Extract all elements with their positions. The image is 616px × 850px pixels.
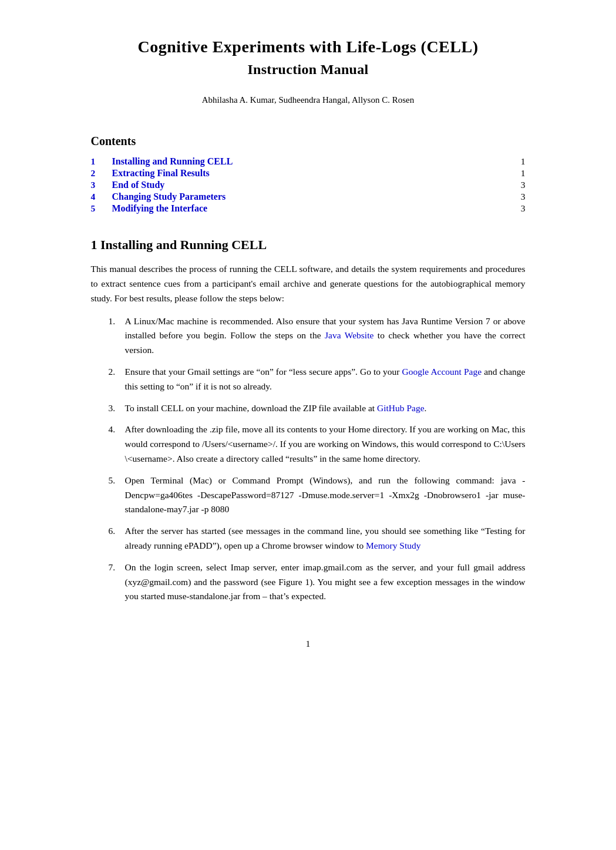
list-number-3: 3.: [109, 401, 125, 416]
toc-link-2[interactable]: Extracting Final Results: [112, 168, 210, 179]
list-content-2: Ensure that your Gmail settings are “on”…: [125, 365, 526, 394]
page-number: 1: [91, 639, 526, 649]
list-number-5: 5.: [109, 473, 125, 488]
list-content-4: After downloading the .zip file, move al…: [125, 422, 526, 466]
authors: Abhilasha A. Kumar, Sudheendra Hangal, A…: [91, 95, 526, 105]
toc-number-5: 5: [91, 203, 109, 214]
list-content-1: A Linux/Mac machine is recommended. Also…: [125, 314, 526, 358]
github-page-link[interactable]: GitHub Page: [377, 403, 425, 413]
list-number-1: 1.: [109, 314, 125, 329]
list-number-7: 7.: [109, 560, 125, 575]
toc-page-1: 1: [508, 156, 526, 167]
list-content-6: After the server has started (see messag…: [125, 524, 526, 553]
toc-page-2: 1: [508, 168, 526, 179]
list-content-3: To install CELL on your machine, downloa…: [125, 401, 526, 416]
subtitle: Instruction Manual: [91, 62, 526, 78]
toc-number-2: 2: [91, 168, 109, 179]
list-number-4: 4.: [109, 422, 125, 437]
memory-study-link[interactable]: Memory Study: [366, 540, 420, 550]
toc-page-3: 3: [508, 180, 526, 190]
java-website-link[interactable]: Java Website: [325, 330, 373, 340]
list-item-1: 1. A Linux/Mac machine is recommended. A…: [109, 314, 526, 358]
google-account-link[interactable]: Google Account Page: [402, 367, 482, 377]
numbered-list: 1. A Linux/Mac machine is recommended. A…: [109, 314, 526, 604]
toc-link-3[interactable]: End of Study: [112, 180, 165, 190]
toc-link-4[interactable]: Changing Study Parameters: [112, 191, 226, 202]
toc-number-4: 4: [91, 191, 109, 202]
list-content-7: On the login screen, select Imap server,…: [125, 560, 526, 604]
section-1-heading: 1 Installing and Running CELL: [91, 237, 526, 253]
contents-heading: Contents: [91, 135, 526, 148]
toc-number-1: 1: [91, 156, 109, 167]
list-item-7: 7. On the login screen, select Imap serv…: [109, 560, 526, 604]
main-title: Cognitive Experiments with Life-Logs (CE…: [91, 35, 526, 58]
list-item-6: 6. After the server has started (see mes…: [109, 524, 526, 553]
list-item-5: 5. Open Terminal (Mac) or Command Prompt…: [109, 473, 526, 517]
section-1: 1 Installing and Running CELL This manua…: [91, 237, 526, 604]
toc-entry-5: 5 Modifying the Interface 3: [91, 203, 526, 214]
toc-entry-4: 4 Changing Study Parameters 3: [91, 191, 526, 202]
toc-entry-2: 2 Extracting Final Results 1: [91, 168, 526, 179]
list-content-5: Open Terminal (Mac) or Command Prompt (W…: [125, 473, 526, 517]
contents-section: Contents 1 Installing and Running CELL 1…: [91, 135, 526, 214]
list-number-6: 6.: [109, 524, 125, 539]
toc-entry-3: 3 End of Study 3: [91, 180, 526, 190]
section-1-intro: This manual describes the process of run…: [91, 262, 526, 305]
toc-page-4: 3: [508, 191, 526, 202]
toc-link-5[interactable]: Modifying the Interface: [112, 203, 208, 214]
list-item-3: 3. To install CELL on your machine, down…: [109, 401, 526, 416]
toc-link-1[interactable]: Installing and Running CELL: [112, 156, 233, 167]
list-item-2: 2. Ensure that your Gmail settings are “…: [109, 365, 526, 394]
toc-page-5: 3: [508, 203, 526, 214]
list-item-4: 4. After downloading the .zip file, move…: [109, 422, 526, 466]
list-number-2: 2.: [109, 365, 125, 379]
title-block: Cognitive Experiments with Life-Logs (CE…: [91, 35, 526, 78]
toc-number-3: 3: [91, 180, 109, 190]
title-line2: Instruction Manual: [247, 62, 368, 77]
title-line1: Cognitive Experiments with Life-Logs (CE…: [138, 38, 479, 56]
toc-entry-1: 1 Installing and Running CELL 1: [91, 156, 526, 167]
page-container: Cognitive Experiments with Life-Logs (CE…: [79, 0, 537, 696]
